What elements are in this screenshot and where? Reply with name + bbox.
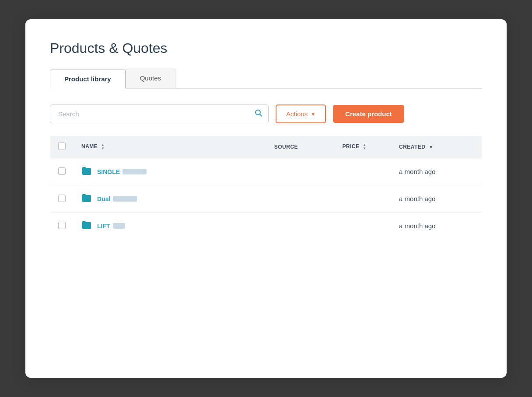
row-name-cell-2: Dual <box>74 185 266 212</box>
actions-button[interactable]: Actions ▼ <box>276 104 326 123</box>
row-created-cell-1: a month ago <box>391 158 482 185</box>
toolbar: Actions ▼ Create product <box>50 104 482 123</box>
row-name-cell-3: LIFT <box>74 212 266 240</box>
row-created-cell-2: a month ago <box>391 185 482 212</box>
table-row: SINGLE a month ago <box>50 158 482 185</box>
col-header-created[interactable]: CREATED ▼ <box>391 136 482 158</box>
row-source-cell-3 <box>266 212 335 240</box>
product-name-2: Dual <box>81 193 259 204</box>
col-header-source: SOURCE <box>266 136 335 158</box>
row-checkbox-cell-2 <box>50 185 74 212</box>
search-wrapper <box>50 104 269 123</box>
row-checkbox-3[interactable] <box>58 222 66 229</box>
products-table: NAME ▲▼ SOURCE PRICE ▲▼ CREATED ▼ <box>50 136 482 240</box>
row-checkbox-2[interactable] <box>58 195 66 202</box>
tabs-container: Product library Quotes <box>50 69 482 89</box>
blurred-text-2 <box>113 196 137 202</box>
row-price-cell-2 <box>334 185 391 212</box>
row-price-cell-3 <box>334 212 391 240</box>
main-card: Products & Quotes Product library Quotes… <box>25 19 507 378</box>
folder-icon-3 <box>81 220 92 231</box>
blurred-text-3 <box>113 223 125 229</box>
page-title: Products & Quotes <box>50 40 482 56</box>
select-all-cell <box>50 136 74 158</box>
folder-icon-2 <box>81 193 92 204</box>
row-checkbox-cell-3 <box>50 212 74 240</box>
row-source-cell-1 <box>266 158 335 185</box>
blurred-text-1 <box>122 169 147 174</box>
folder-icon-1 <box>81 166 92 177</box>
tab-quotes[interactable]: Quotes <box>126 69 175 88</box>
row-source-cell-2 <box>266 185 335 212</box>
select-all-checkbox[interactable] <box>58 143 66 150</box>
table-row: Dual a month ago <box>50 185 482 212</box>
product-name-1: SINGLE <box>81 166 259 177</box>
product-name-3: LIFT <box>81 220 259 231</box>
table-row: LIFT a month ago <box>50 212 482 240</box>
table-header-row: NAME ▲▼ SOURCE PRICE ▲▼ CREATED ▼ <box>50 136 482 158</box>
chevron-down-icon: ▼ <box>311 111 315 117</box>
col-header-name[interactable]: NAME ▲▼ <box>74 136 266 158</box>
sort-arrows-price: ▲▼ <box>363 143 366 150</box>
search-input[interactable] <box>50 104 269 123</box>
row-checkbox-cell-1 <box>50 158 74 185</box>
row-created-cell-3: a month ago <box>391 212 482 240</box>
col-header-price[interactable]: PRICE ▲▼ <box>334 136 391 158</box>
sort-arrows-name: ▲▼ <box>101 143 105 150</box>
row-price-cell-1 <box>334 158 391 185</box>
sort-down-created: ▼ <box>429 145 433 150</box>
create-product-button[interactable]: Create product <box>333 105 404 123</box>
row-name-cell-1: SINGLE <box>74 158 266 185</box>
row-checkbox-1[interactable] <box>58 167 66 175</box>
tab-product-library[interactable]: Product library <box>50 70 126 89</box>
